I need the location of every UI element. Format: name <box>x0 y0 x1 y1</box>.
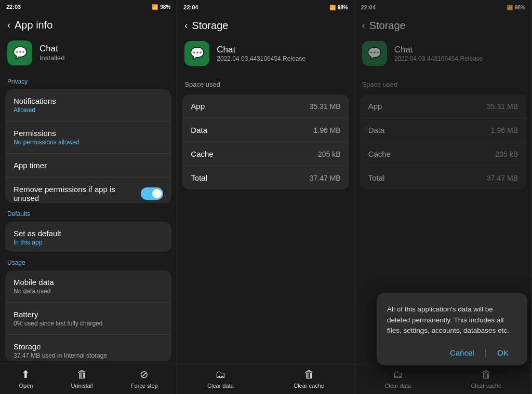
remove-permissions-toggle[interactable] <box>141 187 163 200</box>
time-3: 22:04 <box>361 4 376 10</box>
total-storage-row: Total 37.47 MB <box>182 166 349 189</box>
set-as-default-item[interactable]: Set as default In this app <box>5 222 171 252</box>
total-row-value: 37.47 MB <box>310 174 341 182</box>
wifi-icon: 📶 <box>152 4 158 10</box>
mobile-data-item[interactable]: Mobile data No data used <box>5 270 171 303</box>
clear-data-button-2[interactable]: 🗂 Clear data <box>207 369 234 389</box>
page-title-1: App info <box>15 19 52 31</box>
clear-data-button-3[interactable]: 🗂 Clear data <box>384 369 411 389</box>
panel-storage: 22:04 📶 98% ‹ Storage 💬 Chat 2022.04.03.… <box>177 0 354 394</box>
data-row-label-3: Data <box>368 126 385 134</box>
app-name-2: Chat <box>217 45 305 55</box>
storage-item[interactable]: Storage 37.47 MB used in Internal storag… <box>5 335 171 361</box>
force-stop-button[interactable]: ⊘ Force stop <box>131 368 158 389</box>
status-icons-2: 📶 98% <box>329 5 348 10</box>
app-storage-row-3: App 35.31 MB <box>360 94 526 118</box>
data-storage-row-3: Data 1.96 MB <box>360 118 526 142</box>
cache-row-value-3: 205 kB <box>495 150 518 158</box>
bottom-bar-3: 🗂 Clear data 🗑 Clear cache <box>355 364 531 394</box>
total-row-value-3: 37.47 MB <box>487 174 518 182</box>
uninstall-button[interactable]: 🗑 Uninstall <box>71 369 93 389</box>
app-timer-title: App timer <box>14 161 163 170</box>
dialog-divider: | <box>485 347 487 358</box>
app-row-1: 💬 Chat Installed <box>0 36 177 73</box>
uninstall-label: Uninstall <box>71 383 93 389</box>
dialog-message: All of this application's data will be d… <box>387 304 517 336</box>
time-1: 22:03 <box>6 4 21 10</box>
status-icons-1: 📶 98% <box>152 4 170 10</box>
time-2: 22:04 <box>183 4 198 10</box>
battery-title: Battery <box>14 310 163 319</box>
app-details-1: Chat Installed <box>39 44 64 62</box>
app-info-header: ‹ App info <box>0 14 177 36</box>
data-row-value: 1.96 MB <box>314 126 341 134</box>
dialog-ok-button[interactable]: OK <box>489 344 517 361</box>
space-used-label-3: Space used <box>355 73 531 92</box>
app-icon-3: 💬 <box>362 41 387 66</box>
clear-data-label-2: Clear data <box>207 383 234 389</box>
space-used-label-2: Space used <box>177 73 354 92</box>
wifi-icon-3: 📶 <box>507 5 513 10</box>
notifications-title: Notifications <box>14 97 163 105</box>
back-button-3[interactable]: ‹ <box>362 20 365 31</box>
dialog-actions: Cancel | OK <box>387 344 517 361</box>
dialog-cancel-button[interactable]: Cancel <box>442 344 483 361</box>
total-row-label-3: Total <box>368 173 385 182</box>
privacy-card: Notifications Allowed Permissions No per… <box>5 89 171 203</box>
permissions-item[interactable]: Permissions No permissions allowed <box>5 121 171 154</box>
clear-cache-icon-2: 🗑 <box>304 369 314 381</box>
data-row-label: Data <box>191 126 207 134</box>
app-row-label-3: App <box>368 102 382 111</box>
usage-card: Mobile data No data used Battery 0% used… <box>5 270 171 361</box>
remove-permissions-item[interactable]: Remove permissions if app is unused <box>5 178 171 203</box>
cache-storage-row-3: Cache 205 kB <box>360 142 526 166</box>
mobile-data-title: Mobile data <box>14 278 163 287</box>
app-details-3: Chat 2022.04.03.443106454.Release <box>394 45 483 62</box>
notifications-sub: Allowed <box>14 106 163 114</box>
total-storage-row-3: Total 37.47 MB <box>360 166 526 189</box>
permissions-title: Permissions <box>14 129 163 138</box>
back-button-2[interactable]: ‹ <box>184 20 188 31</box>
app-row-2: 💬 Chat 2022.04.03.443106454.Release <box>177 37 354 73</box>
page-title-2: Storage <box>192 20 228 32</box>
app-row-3: 💬 Chat 2022.04.03.443106454.Release <box>355 37 531 73</box>
app-timer-item[interactable]: App timer <box>5 154 171 178</box>
cache-row-label-3: Cache <box>368 150 391 158</box>
cache-row-value: 205 kB <box>318 150 341 158</box>
defaults-label: Defaults <box>0 205 177 220</box>
page-title-3: Storage <box>369 20 406 32</box>
panel-app-info: 22:03 📶 98% ‹ App info 💬 Chat Installed … <box>0 0 177 394</box>
app-storage-row: App 35.31 MB <box>182 94 349 118</box>
open-button[interactable]: ⬆ Open <box>19 368 33 389</box>
usage-label: Usage <box>0 254 177 268</box>
panel-storage-dialog: 22:04 📶 98% ‹ Storage 💬 Chat 2022.04.03.… <box>355 0 532 394</box>
battery-1: 98% <box>160 4 170 10</box>
uninstall-icon: 🗑 <box>77 369 87 381</box>
app-version-3: 2022.04.03.443106454.Release <box>394 55 483 62</box>
app-row-value: 35.31 MB <box>310 102 341 111</box>
battery-item[interactable]: Battery 0% used since last fully charged <box>5 303 171 335</box>
notifications-item[interactable]: Notifications Allowed <box>5 89 171 121</box>
clear-cache-label-2: Clear cache <box>294 383 324 389</box>
remove-permissions-row: Remove permissions if app is unused <box>14 185 163 202</box>
status-bar-2: 22:04 📶 98% <box>177 0 354 15</box>
app-name-3: Chat <box>394 45 483 55</box>
back-button-1[interactable]: ‹ <box>7 20 10 31</box>
app-version-2: 2022.04.03.443106454.Release <box>217 55 305 62</box>
data-storage-row: Data 1.96 MB <box>182 118 349 142</box>
remove-permissions-label: Remove permissions if app is unused <box>14 185 141 202</box>
clear-cache-button-3[interactable]: 🗑 Clear cache <box>471 369 502 389</box>
app-status-1: Installed <box>39 54 64 62</box>
storage-sub: 37.47 MB used in Internal storage <box>14 352 163 359</box>
clear-cache-button-2[interactable]: 🗑 Clear cache <box>294 369 324 389</box>
clear-data-icon-3: 🗂 <box>393 369 403 381</box>
total-row-label: Total <box>191 173 207 182</box>
cache-storage-row: Cache 205 kB <box>182 142 349 166</box>
app-icon-1: 💬 <box>7 40 32 65</box>
battery-3: 98% <box>515 5 525 10</box>
battery-2: 98% <box>338 5 348 10</box>
storage-header-3: ‹ Storage <box>355 15 531 37</box>
status-bar-3: 22:04 📶 98% <box>355 0 531 15</box>
open-icon: ⬆ <box>21 368 30 381</box>
force-stop-label: Force stop <box>131 383 158 389</box>
